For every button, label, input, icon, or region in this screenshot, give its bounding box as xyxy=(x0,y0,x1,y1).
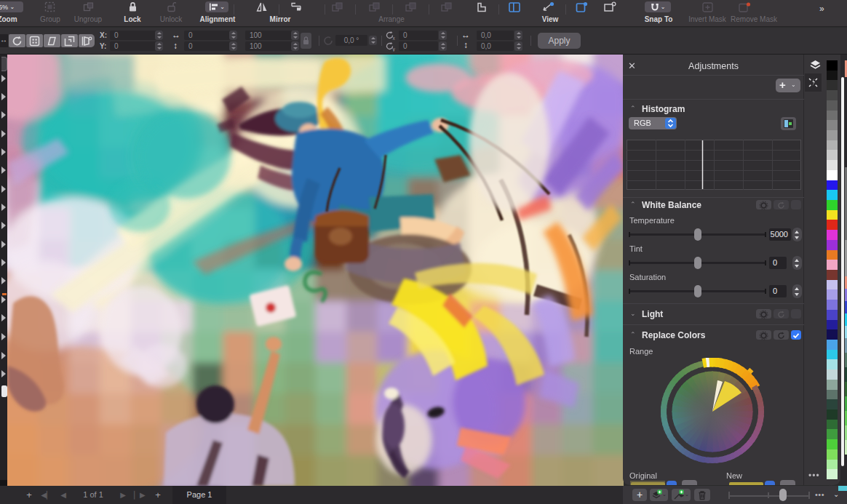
svg-text:x: x xyxy=(393,36,396,41)
svg-text:y: y xyxy=(393,47,396,52)
